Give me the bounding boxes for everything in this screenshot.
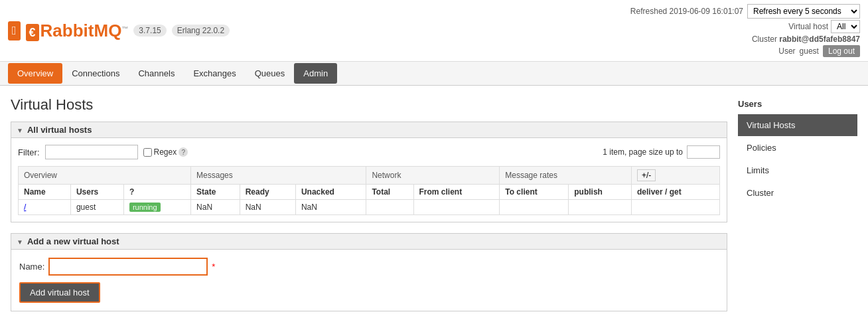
- table-row: / guest running NaN NaN NaN: [19, 200, 720, 215]
- regex-help-icon[interactable]: ?: [179, 147, 188, 157]
- group-network: Network: [366, 167, 500, 185]
- nav-connections[interactable]: Connections: [62, 63, 129, 84]
- row-total: NaN: [295, 200, 366, 215]
- col-deliver-get: deliver / get: [632, 185, 720, 200]
- group-messages: Messages: [191, 167, 366, 185]
- add-field-row: Name: /mall *: [19, 258, 719, 276]
- logo-icon: : [8, 21, 21, 41]
- row-users: guest: [70, 200, 123, 215]
- nav-exchanges[interactable]: Exchanges: [184, 63, 245, 84]
- cluster-line: Cluster rabbit@dd5fafeb8847: [630, 35, 860, 44]
- row-to-client: [413, 200, 500, 215]
- logo-area:  €RabbitMQ™ 3.7.15 Erlang 22.0.2: [8, 21, 230, 41]
- cluster-label: Cluster: [752, 35, 777, 44]
- all-vhosts-section-header[interactable]: All virtual hosts: [11, 122, 727, 138]
- vhost-table: Overview Messages Network Message rates …: [18, 166, 720, 215]
- regex-checkbox[interactable]: [143, 148, 152, 157]
- top-right: Refreshed 2019-06-09 16:01:07 Refresh ev…: [630, 4, 860, 57]
- add-name-label: Name:: [19, 262, 44, 272]
- col-total: Total: [366, 185, 413, 200]
- cluster-value: rabbit@dd5fafeb8847: [779, 35, 860, 44]
- running-badge: running: [129, 203, 161, 212]
- row-name[interactable]: /: [19, 200, 71, 215]
- row-name-link[interactable]: /: [24, 203, 26, 212]
- col-help[interactable]: ?: [123, 185, 190, 200]
- row-unacked: NaN: [240, 200, 295, 215]
- add-vhost-section-header[interactable]: Add a new virtual host: [11, 233, 727, 250]
- add-vhost-button[interactable]: Add virtual host: [19, 282, 100, 303]
- all-vhosts-label: All virtual hosts: [27, 125, 92, 135]
- vh-label: Virtual host: [788, 22, 828, 31]
- sidebar: Users Virtual Hosts Policies Limits Clus…: [738, 96, 857, 311]
- filter-right: 1 item, page size up to 100: [603, 145, 720, 159]
- top-bar:  €RabbitMQ™ 3.7.15 Erlang 22.0.2 Refres…: [0, 0, 868, 62]
- user-line: User guest Log out: [630, 45, 860, 57]
- vh-select[interactable]: All: [831, 20, 860, 33]
- add-vhost-label: Add a new virtual host: [27, 236, 119, 246]
- page-title: Virtual Hosts: [11, 96, 727, 114]
- refreshed-text: Refreshed 2019-06-09 16:01:07: [630, 7, 743, 16]
- col-from-client: From client: [413, 185, 500, 200]
- add-collapse-icon: [17, 236, 23, 246]
- all-vhosts-section-body: Filter: Regex ? 1 item, page size up to …: [11, 138, 727, 222]
- col-state: State: [191, 185, 240, 200]
- nav-bar: Overview Connections Channels Exchanges …: [0, 62, 868, 86]
- filter-label: Filter:: [18, 147, 40, 157]
- col-unacked: Unacked: [295, 185, 366, 200]
- erlang-badge: Erlang 22.0.2: [172, 25, 230, 37]
- nav-channels[interactable]: Channels: [129, 63, 184, 84]
- logout-button[interactable]: Log out: [823, 45, 860, 57]
- row-publish: [500, 200, 569, 215]
- regex-check: Regex ?: [143, 147, 188, 157]
- sidebar-item-virtual-hosts[interactable]: Virtual Hosts: [738, 114, 857, 136]
- collapse-icon: [17, 125, 23, 135]
- virtual-host-line: Virtual host All: [630, 20, 860, 33]
- plus-minus-cell[interactable]: +/-: [632, 167, 720, 185]
- filter-row: Filter: Regex ? 1 item, page size up to …: [18, 145, 720, 159]
- user-label: User: [778, 46, 795, 56]
- page-size-label: 1 item, page size up to: [603, 147, 683, 157]
- nav-queues[interactable]: Queues: [246, 63, 295, 84]
- refresh-line: Refreshed 2019-06-09 16:01:07 Refresh ev…: [630, 4, 860, 19]
- row-deliver-get: [569, 200, 632, 215]
- col-ready: Ready: [240, 185, 295, 200]
- sidebar-item-limits[interactable]: Limits: [738, 159, 857, 181]
- group-overview: Overview: [19, 167, 191, 185]
- row-state: running: [123, 200, 190, 215]
- filter-input[interactable]: [45, 145, 138, 159]
- required-star: *: [212, 262, 215, 272]
- col-users: Users: [70, 185, 123, 200]
- main-content: Virtual Hosts All virtual hosts Filter: …: [0, 86, 868, 322]
- add-name-input[interactable]: /mall: [48, 258, 208, 276]
- plus-minus-btn[interactable]: +/-: [637, 169, 656, 181]
- add-vhost-section-body: Name: /mall * Add virtual host: [11, 250, 727, 311]
- version-badge: 3.7.15: [133, 25, 166, 37]
- sidebar-item-cluster[interactable]: Cluster: [738, 182, 857, 204]
- content-area: Virtual Hosts All virtual hosts Filter: …: [11, 96, 727, 311]
- regex-label: Regex: [154, 147, 177, 157]
- refresh-select[interactable]: Refresh every 5 seconds Refresh every 10…: [747, 4, 860, 19]
- row-extra: [632, 200, 720, 215]
- nav-overview[interactable]: Overview: [8, 63, 62, 84]
- page-size-input[interactable]: 100: [687, 145, 720, 159]
- sidebar-title-users: Users: [738, 96, 857, 112]
- user-value: guest: [800, 46, 819, 56]
- col-name: Name: [19, 185, 71, 200]
- row-ready: NaN: [191, 200, 240, 215]
- row-from-client: [366, 200, 413, 215]
- sidebar-item-policies[interactable]: Policies: [738, 137, 857, 159]
- nav-admin[interactable]: Admin: [294, 63, 337, 84]
- group-message-rates: Message rates: [500, 167, 632, 185]
- col-publish: publish: [569, 185, 632, 200]
- logo-text: €RabbitMQ™: [26, 21, 129, 41]
- col-to-client: To client: [500, 185, 569, 200]
